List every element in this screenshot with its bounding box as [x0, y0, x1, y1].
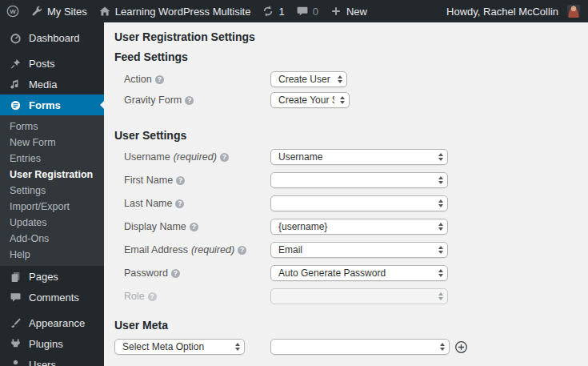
gravity-form-row: Gravity Form ? Create Your Site — [114, 92, 572, 108]
role-label: Role — [124, 291, 145, 302]
account-menu[interactable]: Howdy, Rachel McCollin — [446, 5, 580, 18]
first-name-label: First Name — [124, 175, 173, 186]
sidebar-label: Dashboard — [29, 32, 80, 44]
submenu-item-entries[interactable]: Entries — [0, 151, 104, 167]
role-row: Role ? — [114, 288, 572, 304]
last-name-select[interactable] — [270, 195, 448, 211]
sidebar-item-media[interactable]: Media — [0, 74, 104, 95]
submenu-item-new-form[interactable]: New Form — [0, 135, 104, 151]
svg-text:W: W — [10, 8, 16, 15]
select-arrows-icon — [438, 153, 443, 161]
action-select[interactable]: Create User — [270, 71, 347, 87]
user-meta-heading: User Meta — [114, 319, 572, 332]
new-content-menu[interactable]: New — [330, 5, 367, 18]
wordpress-logo-menu[interactable]: W — [6, 5, 19, 18]
my-sites-menu[interactable]: My Sites — [30, 5, 87, 18]
update-count: 1 — [278, 6, 284, 18]
sidebar-label: Forms — [29, 99, 61, 111]
forms-submenu: Forms New Form Entries User Registration… — [0, 115, 104, 266]
pushpin-icon — [10, 58, 22, 70]
sidebar-item-posts[interactable]: Posts — [0, 53, 104, 74]
plus-icon — [330, 5, 342, 18]
select-arrows-icon — [438, 223, 443, 231]
select-arrows-icon — [234, 343, 240, 351]
display-name-label: Display Name — [124, 221, 186, 232]
wordpress-logo-icon: W — [6, 5, 19, 18]
gravity-form-label: Gravity Form — [124, 95, 182, 106]
help-icon[interactable]: ? — [190, 223, 198, 231]
help-icon[interactable]: ? — [176, 176, 185, 185]
select-arrows-icon — [438, 176, 443, 184]
updates-icon — [262, 5, 274, 18]
user-settings-heading: User Settings — [114, 129, 572, 142]
pages-icon — [10, 271, 22, 283]
gravity-form-select[interactable]: Create Your Site — [270, 92, 350, 108]
help-icon[interactable]: ? — [171, 269, 180, 278]
add-meta-icon[interactable] — [454, 340, 468, 354]
new-label: New — [346, 6, 367, 18]
username-select[interactable]: Username — [270, 149, 448, 165]
main-content: User Registration Settings Feed Settings… — [104, 22, 588, 366]
sidebar-item-dashboard[interactable]: Dashboard — [0, 27, 104, 48]
admin-sidebar: Dashboard Posts Media Forms Forms New Fo… — [0, 22, 104, 366]
help-icon[interactable]: ? — [238, 246, 246, 255]
meta-value-select[interactable] — [270, 339, 450, 355]
submenu-item-help[interactable]: Help — [0, 247, 104, 263]
sidebar-item-forms[interactable]: Forms — [0, 95, 104, 115]
help-icon[interactable]: ? — [185, 96, 194, 105]
wrench-icon — [30, 5, 43, 18]
dashboard-icon — [10, 32, 22, 44]
action-label: Action — [124, 74, 152, 85]
avatar — [567, 5, 580, 18]
meta-option-select[interactable]: Select Meta Option — [114, 339, 245, 355]
sidebar-item-comments[interactable]: Comments — [0, 287, 104, 308]
email-address-label: Email Address — [124, 244, 188, 255]
admin-bar: W My Sites Learning WordPress Multisite … — [0, 0, 588, 22]
required-marker: (required) — [191, 244, 234, 255]
sidebar-label: Comments — [29, 292, 79, 304]
sidebar-label: Media — [29, 78, 57, 90]
user-meta-row: Select Meta Option — [114, 339, 572, 355]
help-icon[interactable]: ? — [175, 199, 184, 208]
help-icon[interactable]: ? — [220, 153, 229, 162]
sidebar-label: Posts — [29, 58, 55, 70]
select-arrows-icon — [438, 292, 443, 300]
plug-icon — [10, 338, 22, 350]
display-name-select[interactable]: {username} — [270, 219, 448, 235]
media-icon — [10, 78, 22, 90]
sidebar-item-appearance[interactable]: Appearance — [0, 312, 104, 333]
password-row: Password ? Auto Generate Password — [114, 265, 572, 281]
my-sites-label: My Sites — [47, 6, 87, 18]
site-name: Learning WordPress Multisite — [115, 6, 251, 18]
sidebar-item-pages[interactable]: Pages — [0, 266, 104, 287]
help-icon: ? — [148, 292, 157, 301]
paintbrush-icon — [10, 317, 22, 329]
sidebar-label: Pages — [29, 271, 58, 283]
username-label: Username — [124, 151, 170, 163]
updates-menu[interactable]: 1 — [262, 5, 284, 18]
feed-settings-heading: Feed Settings — [114, 50, 572, 63]
submenu-item-settings[interactable]: Settings — [0, 183, 104, 199]
help-icon[interactable]: ? — [155, 75, 164, 84]
submenu-item-forms[interactable]: Forms — [0, 119, 104, 135]
submenu-item-updates[interactable]: Updates — [0, 215, 104, 231]
comment-bubble-icon — [296, 5, 309, 18]
password-label: Password — [124, 267, 168, 279]
site-menu[interactable]: Learning WordPress Multisite — [98, 5, 251, 18]
gravity-forms-icon — [10, 99, 22, 111]
submenu-item-import-export[interactable]: Import/Export — [0, 199, 104, 215]
first-name-select[interactable] — [270, 172, 448, 188]
last-name-label: Last Name — [124, 198, 172, 209]
email-address-select[interactable]: Email — [270, 242, 448, 258]
comments-menu[interactable]: 0 — [296, 5, 318, 18]
username-row: Username (required) ? Username — [114, 149, 572, 165]
user-icon — [10, 359, 22, 366]
password-select[interactable]: Auto Generate Password — [270, 265, 448, 281]
required-marker: (required) — [174, 151, 217, 163]
submenu-item-add-ons[interactable]: Add-Ons — [0, 231, 104, 247]
select-arrows-icon — [339, 96, 345, 104]
submenu-item-user-registration[interactable]: User Registration — [0, 167, 104, 183]
sidebar-item-plugins[interactable]: Plugins — [0, 333, 104, 354]
page-title: User Registration Settings — [114, 30, 572, 43]
sidebar-item-users[interactable]: Users — [0, 354, 104, 366]
